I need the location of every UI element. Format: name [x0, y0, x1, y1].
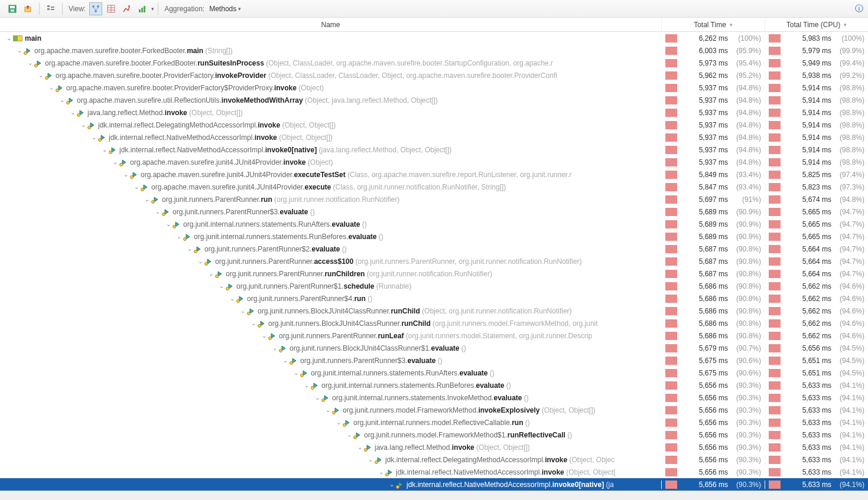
expand-toggle[interactable]: ⌄: [79, 122, 87, 128]
view-tree-icon[interactable]: [89, 2, 102, 15]
expand-toggle[interactable]: ⌄: [47, 84, 56, 91]
info-icon[interactable]: ⓘ: [855, 4, 863, 14]
expand-toggle[interactable]: ⌄: [303, 382, 311, 388]
expand-toggle[interactable]: ⌄: [122, 171, 130, 178]
tree-row[interactable]: ⌄org.junit.internal.runners.statements.R…: [0, 230, 868, 243]
tree-row[interactable]: ⌄org.apache.maven.surefire.util.Reflecti…: [0, 94, 868, 106]
time-bar: [665, 183, 677, 191]
tree-row[interactable]: ⌄org.junit.runners.ParentRunner$1.schedu…: [0, 280, 868, 292]
expand-toggle[interactable]: ⌄: [292, 370, 300, 376]
tree-row[interactable]: ⌄org.apache.maven.surefire.booter.Provid…: [0, 69, 868, 81]
tree-row[interactable]: ⌄java.lang.reflect.Method.invoke (Object…: [0, 106, 868, 119]
tree-row[interactable]: ⌄org.junit.internal.runners.statements.R…: [0, 367, 868, 379]
expand-toggle[interactable]: ⌄: [345, 432, 353, 438]
expand-toggle[interactable]: ⌄: [58, 97, 66, 103]
tree-row[interactable]: ⌄org.apache.maven.surefire.booter.Forked…: [0, 57, 868, 69]
tree-row[interactable]: ⌄org.apache.maven.surefire.junit4.JUnit4…: [0, 168, 868, 181]
view-hotspot-icon[interactable]: [120, 2, 133, 15]
dropdown-arrow-icon[interactable]: ▾: [151, 6, 154, 12]
method-name: org.junit.runners.ParentRunner.access$10…: [215, 257, 581, 266]
expand-toggle[interactable]: ⌄: [356, 444, 364, 450]
expand-toggle[interactable]: ⌄: [334, 419, 343, 426]
name-cell: ⌄org.junit.runners.ParentRunner.access$1…: [0, 257, 661, 266]
tree-row[interactable]: ⌄org.junit.internal.runners.statements.R…: [0, 218, 868, 230]
total-time-cell: 5,973 ms(95.4%): [661, 59, 765, 67]
tree-row[interactable]: ⌄org.junit.internal.runners.statements.I…: [0, 391, 868, 404]
expand-toggle[interactable]: ⌄: [313, 394, 321, 401]
expand-toggle[interactable]: ⌄: [281, 357, 290, 364]
export-icon[interactable]: [21, 2, 34, 15]
tree-row[interactable]: ⌄org.apache.maven.surefire.booter.Provid…: [0, 81, 868, 94]
expand-toggle[interactable]: ⌄: [164, 221, 173, 227]
expand-toggle[interactable]: ⌄: [5, 35, 13, 41]
expand-toggle[interactable]: ⌄: [271, 345, 279, 351]
expand-toggle[interactable]: ⌄: [324, 407, 332, 413]
tree-row[interactable]: ⌄main6,262 ms(100%)5,983 ms(100%): [0, 32, 868, 44]
view-graph-icon[interactable]: [135, 2, 148, 15]
save-icon[interactable]: [6, 2, 19, 15]
expand-toggle[interactable]: ⌄: [228, 295, 236, 302]
expand-toggle[interactable]: ⌄: [175, 233, 183, 240]
expand-toggle[interactable]: ⌄: [377, 469, 385, 475]
view-table-icon[interactable]: [105, 2, 118, 15]
tree-row[interactable]: ⌄java.lang.reflect.Method.invoke (Object…: [0, 441, 868, 453]
tree-row[interactable]: ⌄org.junit.runners.model.FrameworkMethod…: [0, 429, 868, 441]
cpu-time-cell: 5,633 ms(94.1%): [765, 431, 868, 439]
tree-row[interactable]: ⌄org.junit.internal.runners.model.Reflec…: [0, 416, 868, 429]
tree-row[interactable]: ⌄jdk.internal.reflect.NativeMethodAccess…: [0, 466, 868, 478]
tree-row[interactable]: ⌄org.junit.runners.ParentRunner.runChild…: [0, 267, 868, 280]
tree-row[interactable]: ⌄org.junit.runners.BlockJUnit4ClassRunne…: [0, 342, 868, 354]
expand-toggle[interactable]: ⌄: [69, 109, 77, 116]
aggregation-dropdown[interactable]: Methods ▾: [207, 5, 243, 13]
expand-toggle[interactable]: ⌄: [154, 208, 162, 215]
column-name-header[interactable]: Name: [0, 21, 661, 29]
tree-row[interactable]: ⌄org.junit.runners.model.FrameworkMethod…: [0, 404, 868, 416]
expand-toggle[interactable]: ⌄: [15, 47, 24, 54]
tree-row[interactable]: ⌄jdk.internal.reflect.NativeMethodAccess…: [0, 478, 868, 491]
expand-toggle[interactable]: ⌄: [249, 320, 258, 326]
method-name: org.junit.runners.ParentRunner$3.evaluat…: [300, 357, 443, 365]
call-tree[interactable]: ⌄main6,262 ms(100%)5,983 ms(100%)⌄org.ap…: [0, 32, 868, 491]
expand-toggle[interactable]: ⌄: [26, 60, 34, 66]
tree-row[interactable]: ⌄jdk.internal.reflect.NativeMethodAccess…: [0, 131, 868, 143]
expand-toggle[interactable]: ⌄: [132, 184, 141, 190]
expand-toggle[interactable]: ⌄: [100, 146, 109, 153]
tree-row[interactable]: ⌄org.junit.runners.ParentRunner.runLeaf …: [0, 329, 868, 342]
tree-view-icon[interactable]: [44, 2, 57, 15]
expand-toggle[interactable]: ⌄: [196, 258, 204, 264]
cpu-time-cell: 5,664 ms(94.7%): [765, 257, 868, 266]
svg-point-21: [56, 89, 59, 91]
expand-toggle[interactable]: ⌄: [37, 72, 45, 79]
tree-row[interactable]: ⌄org.junit.runners.ParentRunner$3.evalua…: [0, 205, 868, 218]
expand-toggle[interactable]: ⌄: [186, 246, 194, 252]
expand-toggle[interactable]: ⌄: [207, 270, 215, 277]
tree-row[interactable]: ⌄org.junit.runners.BlockJUnit4ClassRunne…: [0, 317, 868, 329]
tree-row[interactable]: ⌄jdk.internal.reflect.DelegatingMethodAc…: [0, 119, 868, 131]
tree-row[interactable]: ⌄jdk.internal.reflect.NativeMethodAccess…: [0, 143, 868, 156]
column-total-time-header[interactable]: Total Time ▾: [661, 18, 765, 31]
tree-row[interactable]: ⌄org.junit.runners.ParentRunner$4.run ()…: [0, 292, 868, 305]
tree-row[interactable]: ⌄org.apache.maven.surefire.junit4.JUnit4…: [0, 156, 868, 168]
expand-toggle[interactable]: ⌄: [217, 283, 226, 289]
tree-row[interactable]: ⌄org.junit.runners.ParentRunner.access$1…: [0, 255, 868, 267]
method-icon: [311, 381, 319, 390]
tree-row[interactable]: ⌄jdk.internal.reflect.DelegatingMethodAc…: [0, 453, 868, 466]
expand-toggle[interactable]: ⌄: [143, 196, 151, 202]
expand-toggle[interactable]: ⌄: [239, 308, 247, 314]
expand-toggle[interactable]: ⌄: [90, 134, 98, 140]
tree-row[interactable]: ⌄org.junit.runners.ParentRunner.run (org…: [0, 193, 868, 205]
tree-row[interactable]: ⌄org.junit.runners.ParentRunner$2.evalua…: [0, 243, 868, 255]
tree-row[interactable]: ⌄org.apache.maven.surefire.booter.Forked…: [0, 44, 868, 57]
expand-toggle[interactable]: ⌄: [260, 332, 268, 339]
tree-row[interactable]: ⌄org.junit.runners.BlockJUnit4ClassRunne…: [0, 305, 868, 317]
method-name: org.junit.runners.ParentRunner.runLeaf (…: [279, 332, 592, 340]
svg-point-49: [354, 436, 357, 439]
column-total-cpu-header[interactable]: Total Time (CPU) ▾: [765, 18, 868, 31]
svg-point-10: [95, 10, 97, 12]
tree-row[interactable]: ⌄org.junit.internal.runners.statements.R…: [0, 379, 868, 391]
expand-toggle[interactable]: ⌄: [111, 159, 119, 165]
expand-toggle[interactable]: ⌄: [366, 456, 375, 463]
tree-row[interactable]: ⌄org.junit.runners.ParentRunner$3.evalua…: [0, 354, 868, 367]
expand-toggle[interactable]: ⌄: [388, 481, 396, 488]
tree-row[interactable]: ⌄org.apache.maven.surefire.junit4.JUnit4…: [0, 181, 868, 193]
